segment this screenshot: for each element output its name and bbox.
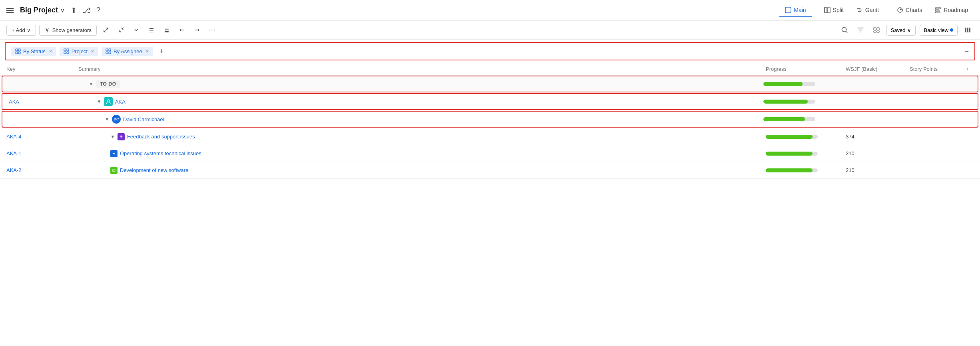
charts-icon — [897, 7, 903, 13]
row-key-aka2[interactable]: AKA-2 — [6, 167, 78, 173]
svg-rect-33 — [18, 52, 20, 54]
row-wsjf-aka1: 210 — [846, 150, 910, 156]
group-chip-project[interactable]: Project ✕ — [60, 47, 98, 56]
issue-icon-aka4 — [118, 133, 125, 140]
row-summary-todo: ▼ TO DO — [81, 77, 763, 91]
upload-icon[interactable]: ⬆ — [71, 6, 77, 15]
row-summary-text-aka[interactable]: AKA — [115, 99, 125, 105]
tab-charts[interactable]: Charts — [891, 4, 928, 17]
add-button[interactable]: + Add ∨ — [6, 25, 36, 36]
collapse-group-button[interactable]: − — [964, 47, 969, 56]
toolbar-left: + Add ∨ Show generators ·· — [6, 24, 835, 36]
row-wsjf-aka2: 210 — [846, 167, 910, 173]
indent-right-icon[interactable] — [191, 24, 203, 36]
row-summary-text-aka4[interactable]: Feedback and support issues — [127, 134, 195, 140]
col-header-key: Key — [6, 66, 78, 72]
row-chevron-aka4[interactable]: ▼ — [110, 134, 115, 140]
columns-icon[interactable] — [962, 24, 974, 36]
svg-rect-11 — [935, 12, 940, 13]
col-header-wsjf: WSJF (Basic) — [846, 66, 910, 72]
add-chevron: ∨ — [27, 27, 31, 33]
help-icon[interactable]: ? — [96, 6, 100, 14]
dc-avatar: DC — [112, 115, 121, 124]
expand-icon[interactable] — [100, 24, 112, 36]
row-wsjf-aka4: 374 — [846, 134, 910, 140]
basic-view-button[interactable]: Basic view — [920, 25, 958, 36]
row-key-aka1[interactable]: AKA-1 — [6, 150, 78, 156]
saved-button[interactable]: Saved ∨ — [886, 25, 916, 36]
svg-rect-18 — [165, 31, 169, 32]
remove-status-chip[interactable]: ✕ — [49, 49, 52, 54]
svg-rect-41 — [109, 52, 111, 54]
tab-split[interactable]: Split — [819, 4, 849, 17]
svg-rect-40 — [106, 52, 108, 54]
svg-rect-25 — [874, 31, 876, 32]
table-row: AKA-1 Operating systems technical issues… — [0, 145, 980, 162]
svg-rect-14 — [149, 30, 153, 31]
indent-left-icon[interactable] — [176, 24, 188, 36]
nav-icon[interactable] — [6, 8, 14, 13]
row-progress-aka4 — [766, 135, 846, 139]
header-left: Big Project ∨ ⬆ ⎇ ? — [6, 6, 779, 15]
add-group-button[interactable]: + — [156, 46, 167, 56]
row-key-aka-project[interactable]: AKA — [9, 99, 81, 105]
row-summary-aka4: ▼ Feedback and support issues — [78, 130, 766, 144]
blue-dot — [950, 28, 953, 32]
split-icon — [824, 7, 831, 13]
svg-rect-30 — [16, 49, 18, 51]
remove-assignee-chip[interactable]: ✕ — [145, 49, 149, 54]
table-row: ▼ TO DO — [2, 76, 978, 92]
group-chip-by-assignee[interactable]: By Assignee ✕ — [102, 47, 153, 56]
group-chip-by-status[interactable]: By Status ✕ — [11, 47, 56, 56]
search-icon[interactable] — [839, 24, 851, 36]
remove-project-chip[interactable]: ✕ — [91, 49, 94, 54]
tab-gantt[interactable]: Gantt — [851, 4, 884, 17]
add-column-button[interactable]: + — [962, 66, 974, 72]
table-body: ▼ TO DO AKA ▼ AKA — [0, 76, 980, 179]
row-progress-aka2 — [766, 168, 846, 172]
expand-chevron-icon[interactable] — [130, 24, 142, 36]
svg-rect-23 — [874, 28, 876, 30]
project-chevron[interactable]: ∨ — [60, 7, 64, 14]
svg-rect-36 — [64, 52, 66, 54]
row-summary-text-aka1[interactable]: Operating systems technical issues — [120, 150, 201, 156]
svg-rect-10 — [935, 10, 939, 11]
svg-rect-35 — [67, 49, 69, 51]
move-up-icon[interactable] — [145, 24, 157, 36]
group-icon[interactable] — [870, 24, 882, 36]
svg-rect-16 — [165, 28, 169, 28]
row-progress-aka — [763, 100, 843, 104]
row-chevron-aka[interactable]: ▼ — [97, 99, 102, 104]
svg-rect-13 — [149, 28, 153, 29]
row-chevron-dc[interactable]: ▼ — [105, 116, 110, 122]
svg-rect-31 — [18, 49, 20, 51]
col-header-progress: Progress — [766, 66, 846, 72]
col-header-summary: Summary — [78, 66, 766, 72]
svg-rect-27 — [965, 28, 966, 32]
row-summary-text-dc[interactable]: David Carmichael — [123, 116, 164, 122]
view-tabs: Main Split Gantt Charts Roadmap — [779, 4, 974, 17]
svg-rect-37 — [67, 52, 69, 54]
share-icon[interactable]: ⎇ — [82, 6, 91, 15]
row-summary-aka2: Development of new software — [78, 164, 766, 177]
collapse-icon[interactable] — [115, 24, 127, 36]
tab-roadmap[interactable]: Roadmap — [929, 4, 974, 17]
svg-rect-0 — [785, 7, 791, 13]
row-chevron-todo[interactable]: ▼ — [89, 81, 94, 87]
move-down-icon[interactable] — [161, 24, 173, 36]
table-row: AKA-4 ▼ Feedback and support issues 374 — [0, 128, 980, 145]
row-key-aka4[interactable]: AKA-4 — [6, 134, 78, 140]
status-group-icon — [15, 48, 21, 54]
svg-point-21 — [842, 28, 846, 32]
svg-rect-15 — [149, 32, 153, 32]
assignee-group-icon — [106, 48, 111, 54]
project-title[interactable]: Big Project ∨ — [20, 6, 64, 14]
pin-icon — [44, 27, 50, 33]
header-actions: ⬆ ⎇ ? — [71, 6, 100, 15]
more-icon[interactable]: ··· — [206, 24, 218, 36]
svg-rect-9 — [935, 8, 941, 9]
show-generators-button[interactable]: Show generators — [39, 25, 97, 36]
tab-main[interactable]: Main — [779, 4, 811, 17]
filter-icon[interactable] — [855, 24, 866, 36]
row-summary-text-aka2[interactable]: Development of new software — [120, 167, 188, 173]
